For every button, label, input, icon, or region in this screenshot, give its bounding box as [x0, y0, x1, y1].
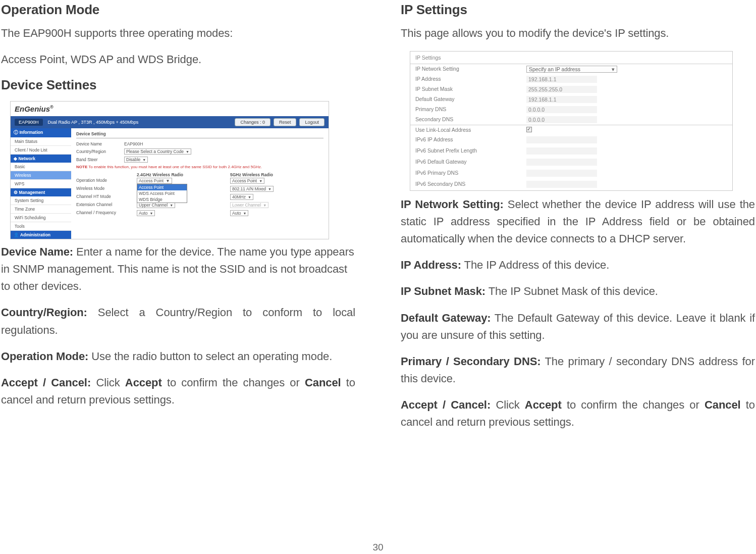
- ipv6-address-label: IPv6 IP Address: [415, 136, 526, 144]
- ipv6-secondary-dns-input[interactable]: [526, 181, 597, 188]
- para-operation-mode: Operation Mode: Use the radio button to …: [1, 348, 355, 365]
- chevron-down-icon: ▼: [142, 158, 146, 162]
- model-badge: EAP900H: [15, 119, 43, 126]
- para-accept-cancel-right: Accept / Cancel: Click Accept to confirm…: [401, 396, 755, 431]
- sidebar-item-wps[interactable]: WPS: [11, 180, 71, 188]
- para-ip-subnet: IP Subnet Mask: The IP Subnet Mask of th…: [401, 283, 755, 300]
- row-ht-mode: Channel HT Mode: [76, 194, 137, 199]
- sidebar-item-basic[interactable]: Basic: [11, 163, 71, 171]
- band-steer-label: Band Steer: [76, 157, 124, 162]
- para-default-gateway: Default Gateway: The Default Gateway of …: [401, 310, 755, 344]
- default-gateway-input[interactable]: 192.168.1.1: [526, 96, 597, 103]
- sidebar-cat-administration[interactable]: 👤 Administration: [11, 231, 71, 239]
- ipv6-address-input[interactable]: [526, 136, 597, 143]
- link-local-checkbox[interactable]: [526, 127, 532, 132]
- device-name-value: EAP900H: [124, 141, 323, 146]
- ip-address-label: IP Address: [415, 76, 526, 83]
- ipv6-prefix-label: IPv6 Subnet Prefix Length: [415, 147, 526, 156]
- chevron-down-icon: ▼: [166, 178, 170, 183]
- brand-logo: EnGenius®: [15, 105, 53, 113]
- row-ext-channel: Extension Channel: [76, 202, 137, 207]
- dropdown-option-wds-bridge[interactable]: WDS Bridge: [137, 196, 187, 203]
- sidebar-item-time-zone[interactable]: Time Zone: [11, 205, 71, 214]
- ip-subnet-input[interactable]: 255.255.255.0: [526, 86, 597, 93]
- sidebar-item-wifi-scheduling[interactable]: WiFi Scheduling: [11, 214, 71, 222]
- ip-settings-panel-title: IP Settings: [410, 52, 732, 64]
- row-wireless-mode: Wireless Mode: [76, 186, 137, 191]
- changes-button[interactable]: Changes : 0: [235, 118, 271, 126]
- heading-ip-settings: IP Settings: [401, 2, 755, 18]
- link-local-label: Use Link-Local Address: [415, 127, 526, 133]
- country-region-label: Country/Region: [76, 149, 124, 154]
- sidebar-item-system-setting[interactable]: System Setting: [11, 196, 71, 205]
- page-number: 30: [0, 539, 756, 554]
- heading-device-settings: Device Settines: [1, 77, 355, 93]
- col-24ghz: 2.4GHz Wireless Radio: [137, 172, 230, 177]
- para-device-name: Device Name: Enter a name for the device…: [1, 243, 355, 295]
- ipv6-primary-dns-label: IPv6 Primary DNS: [415, 170, 526, 178]
- device-name-label: Device Name: [76, 141, 124, 146]
- sidebar-cat-management[interactable]: ⚙ Management: [11, 188, 71, 196]
- chevron-down-icon: ▼: [248, 195, 251, 199]
- chevron-down-icon: ▼: [186, 150, 189, 154]
- channel-24-select[interactable]: Auto▼: [137, 210, 155, 216]
- sidebar: ⓘ Information Main Status Client / Node …: [11, 128, 71, 239]
- sidebar-item-wireless[interactable]: Wireless: [11, 171, 71, 180]
- ht-mode-5-select[interactable]: 40MHz▼: [230, 194, 253, 200]
- default-gateway-label: Default Gateway: [415, 96, 526, 103]
- model-desc: Dual Radio AP , 3T3R , 450Mbps + 450Mbps: [48, 120, 232, 125]
- ipv6-prefix-input[interactable]: [526, 147, 597, 155]
- para-dns: Primary / Secondary DNS: The primary / s…: [401, 353, 755, 387]
- ipv6-primary-dns-input[interactable]: [526, 170, 597, 177]
- text-ip-intro: This page allows you to modify the devic…: [401, 25, 755, 42]
- para-ip-address: IP Address: The IP Address of this devic…: [401, 257, 755, 274]
- primary-dns-label: Primary DNS: [415, 106, 526, 113]
- ip-subnet-label: IP Subnet Mask: [415, 86, 526, 93]
- reset-button[interactable]: Reset: [274, 118, 297, 126]
- row-operation-mode: Operation Mode: [76, 178, 137, 183]
- secondary-dns-input[interactable]: 0.0.0.0: [526, 116, 597, 123]
- ipv6-gateway-label: IPv6 Default Gateway: [415, 159, 526, 167]
- sidebar-cat-network[interactable]: ◆ Network: [11, 155, 71, 163]
- wireless-mode-5-select[interactable]: 802.11 A/N Mixed▼: [230, 186, 274, 192]
- heading-operation-mode: Operation Mode: [1, 2, 355, 18]
- chevron-down-icon: ▼: [150, 212, 153, 215]
- sidebar-item-main-status[interactable]: Main Status: [11, 137, 71, 146]
- text-modes-intro: The EAP900H supports three operating mod…: [1, 25, 355, 42]
- ip-network-setting-label: IP Network Setting: [415, 66, 526, 73]
- secondary-dns-label: Secondary DNS: [415, 116, 526, 123]
- para-ip-network-setting: IP Network Setting: Select whether the d…: [401, 196, 755, 247]
- sidebar-item-client-node[interactable]: Client / Node List: [11, 146, 71, 155]
- chevron-down-icon: ▾: [612, 66, 615, 72]
- sidebar-item-tools[interactable]: Tools: [11, 222, 71, 231]
- ip-network-setting-select[interactable]: Specify an IP address▾: [526, 66, 617, 73]
- dropdown-option-wds-ap[interactable]: WDS Access Point: [137, 190, 187, 196]
- text-modes-list: Access Point, WDS AP and WDS Bridge.: [1, 51, 355, 68]
- ipv6-secondary-dns-label: IPv6 Secondary DNS: [415, 181, 526, 189]
- ipv6-gateway-input[interactable]: [526, 159, 597, 166]
- dropdown-option-access-point[interactable]: Access Point: [137, 184, 187, 190]
- ip-address-input[interactable]: 192.168.1.1: [526, 76, 597, 83]
- country-region-select[interactable]: Please Select a Country Code▼: [124, 148, 191, 155]
- chevron-down-icon: ▼: [170, 204, 173, 207]
- operation-mode-24-select[interactable]: Access Point▼ Access Point WDS Access Po…: [137, 178, 172, 184]
- logout-button[interactable]: Logout: [299, 118, 325, 126]
- ext-channel-5-select[interactable]: Lower Channel▼: [230, 202, 268, 208]
- chevron-down-icon: ▼: [268, 187, 272, 191]
- chevron-down-icon: ▼: [263, 204, 266, 207]
- panel-title: Device Setting: [76, 131, 323, 138]
- col-5ghz: 5GHz Wireless Radio: [230, 172, 323, 177]
- note-text: NOTE To enable this function, you must h…: [76, 165, 323, 169]
- primary-dns-input[interactable]: 0.0.0.0: [526, 106, 597, 113]
- sidebar-cat-information[interactable]: ⓘ Information: [11, 128, 71, 137]
- screenshot-ip-settings: IP Settings IP Network SettingSpecify an…: [410, 51, 733, 191]
- chevron-down-icon: ▼: [259, 179, 262, 183]
- para-country-region: Country/Region: Select a Country/Region …: [1, 304, 355, 338]
- band-steer-select[interactable]: Disable▼: [124, 157, 148, 163]
- channel-5-select[interactable]: Auto▼: [230, 210, 248, 216]
- row-channel-freq: Channel / Frequency: [76, 210, 137, 215]
- chevron-down-icon: ▼: [243, 212, 247, 215]
- operation-mode-5-select[interactable]: Access Point▼: [230, 178, 264, 184]
- screenshot-device-settings: EnGenius® EAP900H Dual Radio AP , 3T3R ,…: [10, 101, 329, 239]
- para-accept-cancel-left: Accept / Cancel: Click Accept to confirm…: [1, 374, 355, 409]
